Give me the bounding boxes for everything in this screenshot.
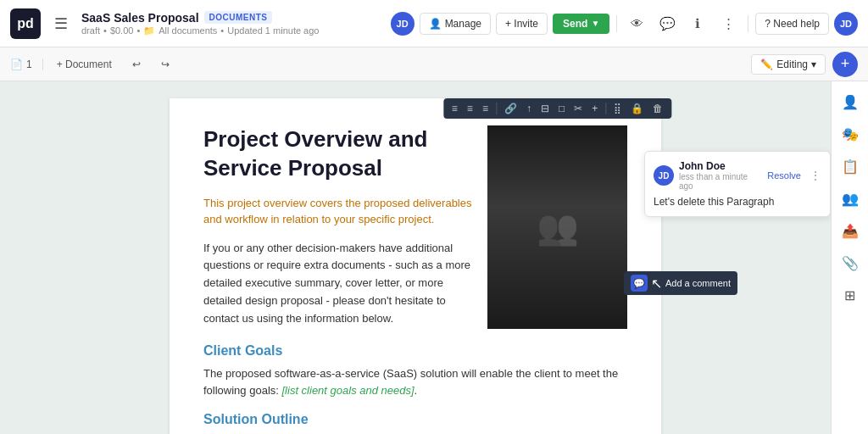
svg-rect-0 [487, 125, 627, 329]
svg-point-6 [522, 197, 546, 224]
comment-author: John Doe [679, 160, 762, 172]
app-shell: pd ☰ SaaS Sales Proposal DOCUMENTS draft… [0, 0, 868, 434]
align-center-icon[interactable]: ≡ [464, 101, 476, 116]
svg-rect-11 [513, 291, 615, 298]
top-nav: pd ☰ SaaS Sales Proposal DOCUMENTS draft… [0, 0, 868, 47]
doc-title: SaaS Sales Proposal [81, 11, 199, 25]
user-avatar[interactable]: JD [391, 12, 415, 36]
cut-icon[interactable]: ✂ [570, 101, 586, 116]
upload-icon[interactable]: ↑ [523, 101, 535, 116]
delete-icon[interactable]: 🗑 [649, 101, 666, 116]
add-icon[interactable]: + [588, 101, 601, 116]
toolbar-divider-2 [605, 103, 606, 114]
undo-button[interactable]: ↩ [125, 55, 147, 74]
resolve-button[interactable]: Resolve [767, 170, 801, 181]
comment-time: less than a minute ago [679, 172, 762, 191]
edit-pencil-icon: ✏️ [760, 58, 773, 70]
user-avatar-2[interactable]: JD [834, 12, 858, 36]
sidebar-export-icon[interactable]: 📤 [837, 217, 864, 244]
doc-badge: DOCUMENTS [204, 11, 273, 24]
send-dropdown-arrow: ▼ [591, 19, 599, 28]
doc-h2-client-goals: Client Goals [203, 343, 627, 359]
manage-icon: 👤 [429, 18, 442, 30]
svg-rect-3 [572, 172, 627, 179]
doc-price: $0.00 [110, 25, 134, 36]
page-indicator: 📄 1 [10, 58, 43, 70]
add-comment-tooltip: 💬 ↖ Add a comment [624, 271, 737, 295]
invite-button[interactable]: + Invite [496, 13, 548, 35]
svg-rect-2 [572, 159, 627, 166]
app-logo: pd [10, 8, 41, 39]
doc-meta: draft • $0.00 • 📁 All documents • Update… [81, 25, 384, 36]
add-document-button[interactable]: + Document [50, 55, 119, 74]
svg-rect-1 [487, 193, 627, 329]
doc-page: ≡ ≡ ≡ 🔗 ↑ ⊟ □ ✂ + ⣿ 🔒 🗑 [170, 98, 661, 434]
align-left-icon[interactable]: ≡ [448, 101, 461, 116]
nav-divider [616, 15, 617, 32]
svg-rect-10 [565, 248, 596, 295]
editing-dropdown-arrow: ▾ [811, 58, 816, 70]
doc-title-area: SaaS Sales Proposal DOCUMENTS draft • $0… [81, 11, 384, 36]
comment-more-button[interactable]: ⋮ [810, 169, 821, 182]
redo-button[interactable]: ↪ [154, 55, 176, 74]
sidebar-users-icon[interactable]: 👤 [837, 88, 864, 115]
doc-h2-solution: Solution Outline [203, 412, 627, 427]
commenter-avatar: JD [654, 165, 674, 186]
sidebar-content-icon[interactable]: 📋 [837, 153, 864, 180]
svg-point-9 [570, 203, 592, 228]
comment-popup: JD John Doe less than a minute ago Resol… [644, 151, 831, 217]
crop-icon[interactable]: ⊟ [537, 101, 553, 116]
secondary-toolbar: 📄 1 + Document ↩ ↪ ✏️ Editing ▾ + [0, 47, 868, 81]
svg-point-5 [517, 217, 551, 254]
doc-status: draft [81, 25, 100, 36]
cursor-icon: ↖ [651, 275, 662, 292]
manage-button[interactable]: 👤 Manage [420, 13, 491, 35]
frame-icon[interactable]: □ [555, 101, 568, 116]
redo-icon: ↪ [161, 58, 170, 70]
doc-folder: All documents [159, 25, 217, 36]
preview-button[interactable]: 👁 [624, 11, 649, 36]
toolbar-divider [496, 103, 497, 114]
editing-mode-button[interactable]: ✏️ Editing ▾ [751, 54, 826, 75]
svg-point-8 [565, 223, 596, 257]
nav-actions: JD 👤 Manage + Invite Send ▼ 👁 💬 ℹ ⋮ ? Ne… [391, 11, 858, 36]
lock-icon[interactable]: 🔒 [627, 101, 647, 116]
right-sidebar: 👤 🎭 📋 👥 📤 📎 ⊞ [831, 81, 868, 434]
svg-rect-12 [538, 125, 541, 193]
sidebar-attach-icon[interactable]: 📎 [837, 249, 864, 276]
content-area: ≡ ≡ ≡ 🔗 ↑ ⊟ □ ✂ + ⣿ 🔒 🗑 [0, 81, 868, 434]
help-button[interactable]: ? Need help [755, 13, 829, 35]
add-comment-icon: 💬 [631, 275, 648, 292]
link-icon[interactable]: 🔗 [501, 101, 520, 116]
svg-rect-7 [517, 244, 551, 295]
undo-icon: ↩ [132, 58, 141, 70]
hamburger-menu[interactable]: ☰ [47, 11, 75, 36]
send-button[interactable]: Send ▼ [553, 14, 609, 34]
comment-header: JD John Doe less than a minute ago Resol… [654, 160, 821, 191]
doc-area: ≡ ≡ ≡ 🔗 ↑ ⊟ □ ✂ + ⣿ 🔒 🗑 [0, 81, 831, 434]
doc-image [487, 125, 627, 329]
image-scene [487, 125, 627, 329]
para2-highlight: [list client goals and needs] [282, 384, 415, 397]
image-toolbar: ≡ ≡ ≡ 🔗 ↑ ⊟ □ ✂ + ⣿ 🔒 🗑 [443, 98, 671, 119]
image-container: ≡ ≡ ≡ 🔗 ↑ ⊟ □ ✂ + ⣿ 🔒 🗑 [487, 125, 627, 329]
more-options-icon[interactable]: ⣿ [610, 101, 625, 116]
comments-button[interactable]: 💬 [654, 11, 680, 36]
comment-text: Let's delete this Paragraph [654, 196, 821, 208]
more-button[interactable]: ⋮ [715, 11, 741, 36]
align-right-icon[interactable]: ≡ [479, 101, 492, 116]
doc-para-2: The proposed software-as-a-service (SaaS… [203, 365, 627, 401]
info-button[interactable]: ℹ [685, 11, 710, 36]
svg-rect-4 [572, 185, 627, 192]
nav-divider-2 [748, 15, 748, 32]
add-content-button[interactable]: + [832, 52, 858, 77]
doc-updated: Updated 1 minute ago [227, 25, 319, 36]
sidebar-collab-icon[interactable]: 👥 [837, 185, 864, 212]
sidebar-grid-icon[interactable]: ⊞ [837, 281, 864, 309]
sidebar-templates-icon[interactable]: 🎭 [837, 120, 864, 147]
